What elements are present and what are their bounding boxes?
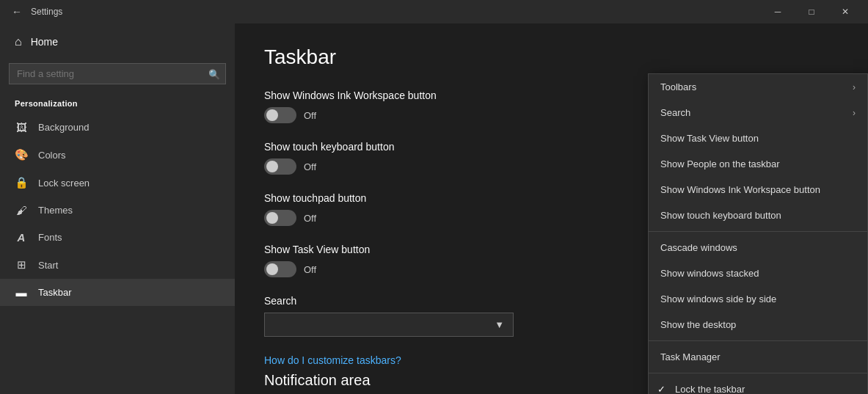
ctx-label-task-view-btn: Show Task View button — [660, 133, 759, 144]
ctx-item-show-desktop[interactable]: Show the desktop — [649, 312, 867, 338]
toggle-state-task-view: Off — [304, 264, 316, 275]
main-content: Taskbar Show Windows Ink Workspace butto… — [235, 23, 868, 394]
maximize-button[interactable]: □ — [795, 0, 828, 23]
chevron-down-icon: ▼ — [495, 319, 504, 330]
search-container: 🔍 — [9, 63, 226, 84]
sidebar-section-title: Personalization — [0, 93, 235, 114]
ctx-item-people[interactable]: Show People on the taskbar — [649, 151, 867, 177]
toggle-state-ink: Off — [304, 110, 316, 121]
ctx-label-touch-keyboard-btn: Show touch keyboard button — [660, 210, 781, 221]
ctx-label-people: Show People on the taskbar — [660, 158, 780, 169]
ctx-label-stacked: Show windows stacked — [660, 268, 759, 279]
ctx-item-cascade[interactable]: Cascade windows — [649, 235, 867, 260]
ctx-label-task-manager: Task Manager — [660, 351, 721, 362]
search-input[interactable] — [9, 63, 226, 84]
sidebar-item-lock-screen[interactable]: 🔒 Lock screen — [0, 169, 235, 197]
back-button[interactable]: ← — [6, 3, 28, 21]
ctx-arrow-toolbars: › — [853, 82, 856, 92]
search-dropdown[interactable]: ▼ — [264, 313, 514, 337]
search-icon: 🔍 — [208, 68, 220, 79]
window-controls: ─ □ ✕ — [761, 0, 862, 23]
sidebar-item-label: Fonts — [38, 232, 62, 243]
page-title: Taskbar — [264, 45, 839, 69]
sidebar-item-colors[interactable]: 🎨 Colors — [0, 141, 235, 169]
ctx-item-search[interactable]: Search › — [649, 100, 867, 125]
sidebar-item-label: Lock screen — [38, 178, 90, 189]
toggle-touchpad[interactable] — [264, 210, 296, 226]
ctx-item-task-manager[interactable]: Task Manager — [649, 344, 867, 370]
search-wrapper: 🔍 — [0, 60, 235, 93]
home-icon: ⌂ — [15, 35, 22, 48]
close-button[interactable]: ✕ — [828, 0, 862, 23]
sidebar: ⌂ Home 🔍 Personalization 🖼 Background 🎨 … — [0, 23, 235, 394]
ctx-divider-1 — [649, 231, 867, 232]
themes-icon: 🖌 — [15, 204, 28, 216]
sidebar-item-fonts[interactable]: A Fonts — [0, 224, 235, 251]
sidebar-item-label: Start — [38, 260, 58, 271]
ctx-label-side-by-side: Show windows side by side — [660, 293, 776, 304]
lock-icon: 🔒 — [15, 176, 28, 189]
app-title: Settings — [31, 7, 62, 17]
fonts-icon: A — [15, 231, 28, 244]
sidebar-item-home[interactable]: ⌂ Home — [0, 23, 235, 60]
ctx-divider-3 — [649, 373, 867, 373]
ctx-item-touch-keyboard-btn[interactable]: Show touch keyboard button — [649, 203, 867, 228]
sidebar-item-label: Themes — [38, 205, 73, 216]
ctx-label-lock-taskbar: Lock the taskbar — [675, 384, 745, 394]
sidebar-item-background[interactable]: 🖼 Background — [0, 114, 235, 141]
toggle-task-view[interactable] — [264, 261, 296, 277]
ctx-item-lock-taskbar[interactable]: ✓ Lock the taskbar — [649, 376, 867, 394]
ctx-item-toolbars[interactable]: Toolbars › — [649, 74, 867, 100]
ctx-label-ink-workspace-btn: Show Windows Ink Workspace button — [660, 184, 820, 195]
taskbar-icon: ▬ — [15, 286, 28, 299]
minimize-button[interactable]: ─ — [761, 0, 795, 23]
toggle-ink-workspace[interactable] — [264, 107, 296, 123]
toggle-touch-keyboard[interactable] — [264, 158, 296, 175]
titlebar: ← Settings ─ □ ✕ — [0, 0, 868, 23]
home-label: Home — [31, 36, 58, 48]
toggle-state-touchpad: Off — [304, 213, 316, 224]
colors-icon: 🎨 — [15, 148, 28, 161]
ctx-label-cascade: Cascade windows — [660, 242, 737, 253]
ctx-label-toolbars: Toolbars — [660, 81, 696, 92]
app-body: ⌂ Home 🔍 Personalization 🖼 Background 🎨 … — [0, 23, 868, 394]
context-menu: Toolbars › Search › Show Task View butto… — [648, 73, 868, 394]
sidebar-item-taskbar[interactable]: ▬ Taskbar — [0, 279, 235, 306]
ctx-item-ink-workspace-btn[interactable]: Show Windows Ink Workspace button — [649, 177, 867, 203]
ctx-item-side-by-side[interactable]: Show windows side by side — [649, 286, 867, 312]
background-icon: 🖼 — [15, 121, 28, 134]
sidebar-item-label: Colors — [38, 150, 66, 161]
ctx-arrow-search: › — [853, 108, 856, 118]
sidebar-item-label: Taskbar — [38, 287, 72, 298]
ctx-label-search: Search — [660, 107, 690, 118]
ctx-item-stacked[interactable]: Show windows stacked — [649, 260, 867, 286]
ctx-item-task-view-btn[interactable]: Show Task View button — [649, 125, 867, 151]
ctx-divider-2 — [649, 340, 867, 341]
ctx-label-show-desktop: Show the desktop — [660, 319, 736, 330]
sidebar-item-label: Background — [38, 122, 89, 133]
check-icon: ✓ — [657, 384, 665, 394]
start-icon: ⊞ — [15, 258, 28, 271]
toggle-state-touch-kb: Off — [304, 161, 316, 172]
sidebar-item-start[interactable]: ⊞ Start — [0, 251, 235, 279]
sidebar-item-themes[interactable]: 🖌 Themes — [0, 197, 235, 224]
